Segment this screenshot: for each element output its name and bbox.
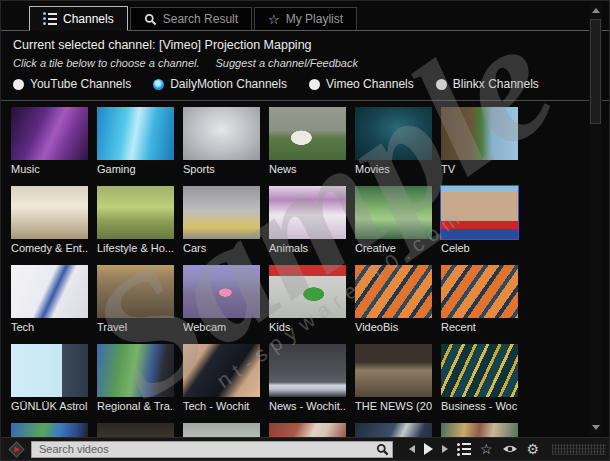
radio-label: YouTube Channels [30,77,131,91]
channel-tile[interactable]: Kids [269,265,346,334]
channel-tile[interactable]: Tech [11,265,88,334]
channel-tile[interactable]: Travel [97,265,174,334]
channel-thumbnail[interactable] [183,107,260,160]
channel-tile-label: Travel [97,321,174,334]
channel-tile[interactable]: Webcam [183,265,260,334]
channel-thumbnail[interactable] [269,344,346,397]
channel-thumbnail[interactable] [97,423,174,437]
channel-thumbnail[interactable] [355,265,432,318]
channel-tile-label: GÜNLÜK Astrol... [11,400,88,413]
channel-tile[interactable]: Recent [441,265,518,334]
channel-tile-label: Gaming [97,163,174,176]
channel-thumbnail[interactable] [355,423,432,437]
channel-thumbnail[interactable] [183,423,260,437]
tab-search-result[interactable]: Search Result [130,7,252,30]
channel-grid-area: MusicGamingSportsNewsMoviesTVComedy & En… [1,101,609,437]
radio-dailymotion-channels[interactable]: DailyMotion Channels [153,77,287,91]
channel-tile[interactable]: GÜNLÜK Astrol... [11,344,88,413]
channel-thumbnail[interactable] [183,186,260,239]
channel-thumbnail[interactable] [11,186,88,239]
vertical-scrollbar[interactable] [589,4,602,434]
previous-button[interactable] [409,445,415,453]
channel-tile[interactable] [441,423,518,437]
radio-label: Vimeo Channels [326,77,414,91]
bottom-toolbar: ☆ ⚙ × [1,437,609,460]
channel-tile[interactable] [183,423,260,437]
channel-thumbnail[interactable] [11,107,88,160]
channel-tile-label: News - Wochit... [269,400,346,413]
channel-tile[interactable]: News - Wochit... [269,344,346,413]
scrollbar-thumb[interactable] [590,19,601,124]
radio-youtube-channels[interactable]: YouTube Channels [13,77,131,91]
arrow-down-icon [592,425,600,430]
channel-thumbnail[interactable] [441,344,518,397]
channel-thumbnail[interactable] [97,265,174,318]
channel-thumbnail[interactable] [441,107,518,160]
scroll-down-button[interactable] [589,421,602,434]
channel-thumbnail[interactable] [355,344,432,397]
channel-tile[interactable]: Animals [269,186,346,255]
channel-tile-label: Music [11,163,88,176]
channel-tile[interactable]: Lifestyle & Ho... [97,186,174,255]
channel-thumbnail[interactable] [97,107,174,160]
channel-tile-label: Sports [183,163,260,176]
channel-tile[interactable]: Business - Woc... [441,344,518,413]
playlist-list-button[interactable] [457,443,471,456]
channel-tile[interactable]: Comedy & Ent... [11,186,88,255]
channel-thumbnail[interactable] [183,344,260,397]
channel-tile[interactable]: Celeb [441,186,518,255]
settings-gear-button[interactable]: ⚙ [527,442,540,456]
play-button[interactable] [424,443,433,455]
radio-blinkx-channels[interactable]: Blinkx Channels [436,77,539,91]
channel-tile[interactable]: Gaming [97,107,174,176]
channel-thumbnail[interactable] [97,344,174,397]
channel-tile-label: Kids [269,321,346,334]
channel-tile-label: News [269,163,346,176]
channel-tile[interactable]: Sports [183,107,260,176]
tab-my-playlist[interactable]: ☆ My Playlist [254,7,357,30]
channel-tile[interactable]: Regional & Tra... [97,344,174,413]
channel-tile[interactable]: VideoBis [355,265,432,334]
channel-tile[interactable]: TV [441,107,518,176]
search-icon[interactable] [376,443,389,456]
arrow-up-icon [592,8,600,13]
radio-vimeo-channels[interactable]: Vimeo Channels [309,77,414,91]
radio-icon [13,79,24,90]
channel-tile[interactable] [11,423,88,437]
channel-tile[interactable] [97,423,174,437]
channel-tile[interactable] [355,423,432,437]
channel-tile[interactable]: Movies [355,107,432,176]
channel-tile[interactable]: Creative [355,186,432,255]
search-input[interactable] [37,442,376,456]
tab-channels[interactable]: Channels [29,6,128,31]
resize-grip[interactable] [552,444,606,455]
next-button[interactable] [442,445,448,453]
channel-tile[interactable] [269,423,346,437]
channel-tile[interactable]: Cars [183,186,260,255]
scrollbar-track[interactable] [589,17,602,421]
channel-thumbnail[interactable] [269,186,346,239]
channel-thumbnail[interactable] [97,186,174,239]
channel-thumbnail[interactable] [11,265,88,318]
suggest-feedback-link[interactable]: Suggest a channel/Feedback [216,57,359,69]
channel-thumbnail[interactable] [355,107,432,160]
channel-thumbnail[interactable] [269,107,346,160]
channel-tile[interactable]: News [269,107,346,176]
channel-thumbnail[interactable] [11,423,88,437]
channel-thumbnail[interactable] [441,423,518,437]
scroll-up-button[interactable] [589,4,602,17]
channel-thumbnail[interactable] [11,344,88,397]
channel-tile-label: Tech - Wochit [183,400,260,413]
channel-thumbnail[interactable] [441,265,518,318]
channel-thumbnail[interactable] [269,265,346,318]
channel-thumbnail[interactable] [441,186,518,239]
channel-tile-label: Comedy & Ent... [11,242,88,255]
channel-tile[interactable]: Music [11,107,88,176]
channel-tile[interactable]: Tech - Wochit [183,344,260,413]
favorite-button[interactable]: ☆ [480,442,493,456]
channel-thumbnail[interactable] [269,423,346,437]
channel-thumbnail[interactable] [183,265,260,318]
channel-tile[interactable]: THE NEWS (20... [355,344,432,413]
channel-thumbnail[interactable] [355,186,432,239]
watch-eye-button[interactable] [502,444,518,454]
